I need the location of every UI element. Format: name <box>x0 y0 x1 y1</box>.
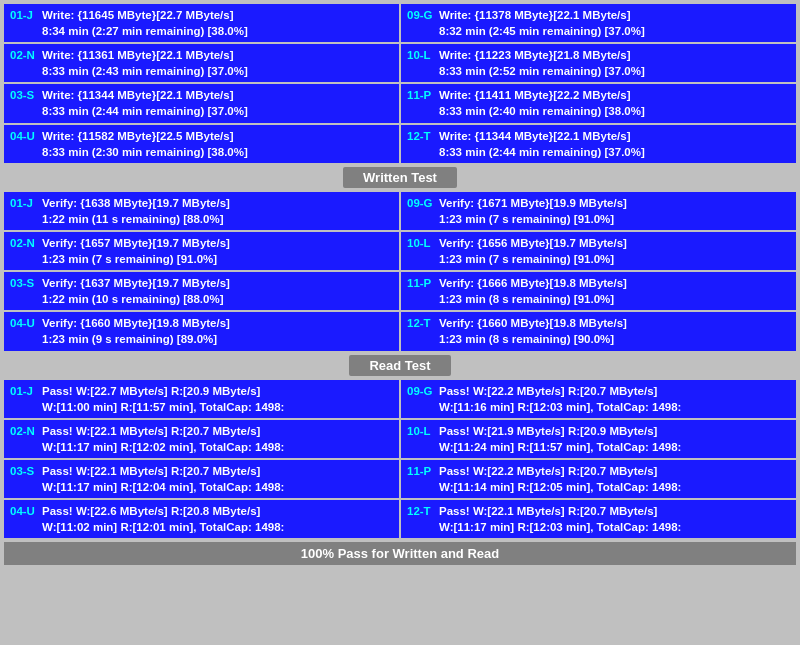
write-card-04-U: 04-U Write: {11582 MByte}[22.5 MByte/s] … <box>4 125 399 163</box>
card-id: 01-J <box>10 195 42 211</box>
card-text: Write: {11223 MByte}[21.8 MByte/s] 8:33 … <box>439 47 790 79</box>
card-content: 01-J Pass! W:[22.7 MByte/s] R:[20.9 MByt… <box>10 383 393 415</box>
card-content: 12-T Write: {11344 MByte}[22.1 MByte/s] … <box>407 128 790 160</box>
card-id: 09-G <box>407 383 439 399</box>
verify-card-10-L: 10-L Verify: {1656 MByte}[19.7 MByte/s] … <box>401 232 796 270</box>
card-line2: 8:32 min (2:45 min remaining) [37.0%] <box>439 23 790 39</box>
write-card-01-J: 01-J Write: {11645 MByte}[22.7 MByte/s] … <box>4 4 399 42</box>
card-content: 10-L Verify: {1656 MByte}[19.7 MByte/s] … <box>407 235 790 267</box>
verify-card-03-S: 03-S Verify: {1637 MByte}[19.7 MByte/s] … <box>4 272 399 310</box>
card-id: 01-J <box>10 383 42 399</box>
card-line1: Pass! W:[22.1 MByte/s] R:[20.7 MByte/s] <box>42 463 393 479</box>
card-content: 02-N Write: {11361 MByte}[22.1 MByte/s] … <box>10 47 393 79</box>
card-id: 10-L <box>407 47 439 63</box>
write-grid: 01-J Write: {11645 MByte}[22.7 MByte/s] … <box>4 4 796 163</box>
card-text: Pass! W:[22.7 MByte/s] R:[20.9 MByte/s] … <box>42 383 393 415</box>
card-line1: Write: {11344 MByte}[22.1 MByte/s] <box>42 87 393 103</box>
main-container: 01-J Write: {11645 MByte}[22.7 MByte/s] … <box>0 0 800 569</box>
card-id: 03-S <box>10 463 42 479</box>
card-content: 01-J Write: {11645 MByte}[22.7 MByte/s] … <box>10 7 393 39</box>
card-content: 03-S Write: {11344 MByte}[22.1 MByte/s] … <box>10 87 393 119</box>
card-content: 02-N Pass! W:[22.1 MByte/s] R:[20.7 MByt… <box>10 423 393 455</box>
verify-card-01-J: 01-J Verify: {1638 MByte}[19.7 MByte/s] … <box>4 192 399 230</box>
card-content: 01-J Verify: {1638 MByte}[19.7 MByte/s] … <box>10 195 393 227</box>
card-line2: 8:33 min (2:52 min remaining) [37.0%] <box>439 63 790 79</box>
card-line2: 8:33 min (2:40 min remaining) [38.0%] <box>439 103 790 119</box>
card-text: Pass! W:[21.9 MByte/s] R:[20.9 MByte/s] … <box>439 423 790 455</box>
card-id: 02-N <box>10 423 42 439</box>
card-content: 09-G Verify: {1671 MByte}[19.9 MByte/s] … <box>407 195 790 227</box>
card-line1: Write: {11411 MByte}[22.2 MByte/s] <box>439 87 790 103</box>
card-line2: W:[11:16 min] R:[12:03 min], TotalCap: 1… <box>439 399 790 415</box>
card-line2: 8:33 min (2:44 min remaining) [37.0%] <box>42 103 393 119</box>
card-line1: Pass! W:[22.6 MByte/s] R:[20.8 MByte/s] <box>42 503 393 519</box>
card-text: Write: {11582 MByte}[22.5 MByte/s] 8:33 … <box>42 128 393 160</box>
card-id: 03-S <box>10 87 42 103</box>
card-content: 11-P Pass! W:[22.2 MByte/s] R:[20.7 MByt… <box>407 463 790 495</box>
card-line2: 1:23 min (9 s remaining) [89.0%] <box>42 331 393 347</box>
card-line2: W:[11:17 min] R:[12:02 min], TotalCap: 1… <box>42 439 393 455</box>
card-id: 09-G <box>407 7 439 23</box>
write-section: 01-J Write: {11645 MByte}[22.7 MByte/s] … <box>4 4 796 163</box>
write-card-10-L: 10-L Write: {11223 MByte}[21.8 MByte/s] … <box>401 44 796 82</box>
card-id: 10-L <box>407 235 439 251</box>
card-text: Write: {11378 MByte}[22.1 MByte/s] 8:32 … <box>439 7 790 39</box>
card-line1: Pass! W:[22.2 MByte/s] R:[20.7 MByte/s] <box>439 463 790 479</box>
card-id: 01-J <box>10 7 42 23</box>
verify-card-02-N: 02-N Verify: {1657 MByte}[19.7 MByte/s] … <box>4 232 399 270</box>
card-content: 10-L Write: {11223 MByte}[21.8 MByte/s] … <box>407 47 790 79</box>
card-text: Pass! W:[22.1 MByte/s] R:[20.7 MByte/s] … <box>42 463 393 495</box>
card-id: 12-T <box>407 128 439 144</box>
written-test-label: Written Test <box>343 167 457 188</box>
verify-card-12-T: 12-T Verify: {1660 MByte}[19.8 MByte/s] … <box>401 312 796 350</box>
card-id: 11-P <box>407 463 439 479</box>
card-id: 10-L <box>407 423 439 439</box>
card-line2: 1:23 min (7 s remaining) [91.0%] <box>439 251 790 267</box>
card-line2: W:[11:24 min] R:[11:57 min], TotalCap: 1… <box>439 439 790 455</box>
card-line1: Write: {11361 MByte}[22.1 MByte/s] <box>42 47 393 63</box>
card-line2: 1:22 min (10 s remaining) [88.0%] <box>42 291 393 307</box>
card-text: Verify: {1637 MByte}[19.7 MByte/s] 1:22 … <box>42 275 393 307</box>
card-text: Verify: {1671 MByte}[19.9 MByte/s] 1:23 … <box>439 195 790 227</box>
pass-card-10-L: 10-L Pass! W:[21.9 MByte/s] R:[20.9 MByt… <box>401 420 796 458</box>
card-line1: Verify: {1637 MByte}[19.7 MByte/s] <box>42 275 393 291</box>
pass-card-11-P: 11-P Pass! W:[22.2 MByte/s] R:[20.7 MByt… <box>401 460 796 498</box>
pass-section: 01-J Pass! W:[22.7 MByte/s] R:[20.9 MByt… <box>4 380 796 539</box>
card-line1: Pass! W:[22.2 MByte/s] R:[20.7 MByte/s] <box>439 383 790 399</box>
verify-section: 01-J Verify: {1638 MByte}[19.7 MByte/s] … <box>4 192 796 351</box>
card-text: Verify: {1660 MByte}[19.8 MByte/s] 1:23 … <box>42 315 393 347</box>
written-test-divider: Written Test <box>4 167 796 188</box>
card-id: 12-T <box>407 503 439 519</box>
card-line2: W:[11:00 min] R:[11:57 min], TotalCap: 1… <box>42 399 393 415</box>
write-card-02-N: 02-N Write: {11361 MByte}[22.1 MByte/s] … <box>4 44 399 82</box>
card-line1: Write: {11645 MByte}[22.7 MByte/s] <box>42 7 393 23</box>
card-content: 04-U Verify: {1660 MByte}[19.8 MByte/s] … <box>10 315 393 347</box>
card-line2: W:[11:02 min] R:[12:01 min], TotalCap: 1… <box>42 519 393 535</box>
card-content: 03-S Verify: {1637 MByte}[19.7 MByte/s] … <box>10 275 393 307</box>
card-text: Verify: {1656 MByte}[19.7 MByte/s] 1:23 … <box>439 235 790 267</box>
card-line2: 1:23 min (8 s remaining) [90.0%] <box>439 331 790 347</box>
card-line1: Verify: {1666 MByte}[19.8 MByte/s] <box>439 275 790 291</box>
verify-card-04-U: 04-U Verify: {1660 MByte}[19.8 MByte/s] … <box>4 312 399 350</box>
card-line1: Write: {11582 MByte}[22.5 MByte/s] <box>42 128 393 144</box>
card-text: Pass! W:[22.1 MByte/s] R:[20.7 MByte/s] … <box>42 423 393 455</box>
card-id: 03-S <box>10 275 42 291</box>
card-id: 02-N <box>10 47 42 63</box>
card-content: 03-S Pass! W:[22.1 MByte/s] R:[20.7 MByt… <box>10 463 393 495</box>
card-text: Verify: {1660 MByte}[19.8 MByte/s] 1:23 … <box>439 315 790 347</box>
card-line2: 1:23 min (7 s remaining) [91.0%] <box>42 251 393 267</box>
write-card-12-T: 12-T Write: {11344 MByte}[22.1 MByte/s] … <box>401 125 796 163</box>
card-line1: Verify: {1671 MByte}[19.9 MByte/s] <box>439 195 790 211</box>
read-test-label: Read Test <box>349 355 450 376</box>
card-id: 04-U <box>10 503 42 519</box>
card-text: Write: {11361 MByte}[22.1 MByte/s] 8:33 … <box>42 47 393 79</box>
card-content: 09-G Pass! W:[22.2 MByte/s] R:[20.7 MByt… <box>407 383 790 415</box>
card-id: 09-G <box>407 195 439 211</box>
card-line1: Verify: {1660 MByte}[19.8 MByte/s] <box>439 315 790 331</box>
pass-card-02-N: 02-N Pass! W:[22.1 MByte/s] R:[20.7 MByt… <box>4 420 399 458</box>
card-text: Write: {11344 MByte}[22.1 MByte/s] 8:33 … <box>42 87 393 119</box>
card-id: 02-N <box>10 235 42 251</box>
write-card-11-P: 11-P Write: {11411 MByte}[22.2 MByte/s] … <box>401 84 796 122</box>
card-line1: Pass! W:[21.9 MByte/s] R:[20.9 MByte/s] <box>439 423 790 439</box>
pass-card-03-S: 03-S Pass! W:[22.1 MByte/s] R:[20.7 MByt… <box>4 460 399 498</box>
